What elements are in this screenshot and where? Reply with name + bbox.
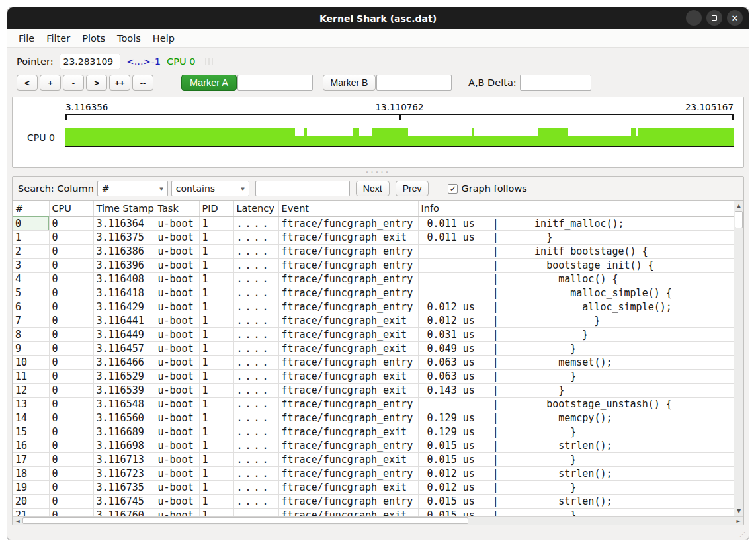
scroll-down-icon[interactable]: ▼ bbox=[734, 506, 743, 516]
table-cell[interactable]: .... bbox=[233, 355, 278, 369]
search-input[interactable] bbox=[255, 181, 350, 196]
table-row[interactable]: 003.116364u-boot1....ftrace/funcgraph_en… bbox=[13, 216, 734, 230]
table-cell[interactable]: ftrace/funcgraph_exit bbox=[278, 314, 418, 327]
table-cell[interactable]: 1 bbox=[199, 272, 233, 286]
table-cell[interactable]: .... bbox=[233, 397, 278, 411]
table-cell[interactable]: .... bbox=[233, 341, 278, 355]
table-cell[interactable]: .... bbox=[233, 508, 278, 516]
table-cell[interactable]: 0 bbox=[49, 508, 93, 516]
table-cell[interactable]: ftrace/funcgraph_entry bbox=[278, 397, 418, 411]
table-cell[interactable]: 1 bbox=[199, 300, 233, 314]
table-cell[interactable]: .... bbox=[233, 314, 278, 327]
table-cell[interactable]: .... bbox=[233, 300, 278, 314]
table-cell[interactable]: 0 bbox=[49, 411, 93, 425]
table-row[interactable]: 503.116418u-boot1....ftrace/funcgraph_en… bbox=[13, 286, 734, 300]
table-cell[interactable]: 1 bbox=[199, 411, 233, 425]
search-prev-button[interactable]: Prev bbox=[396, 181, 429, 196]
table-cell[interactable]: 12 bbox=[13, 383, 49, 397]
table-cell[interactable]: .... bbox=[233, 216, 278, 230]
table-cell[interactable]: ftrace/funcgraph_entry bbox=[278, 355, 418, 369]
marker-b-button[interactable]: Marker B bbox=[323, 75, 376, 91]
table-cell[interactable]: 1 bbox=[13, 230, 49, 244]
table-cell[interactable]: 0.063 us | } bbox=[418, 369, 734, 383]
col-header-task[interactable]: Task bbox=[155, 201, 199, 216]
table-cell[interactable]: 1 bbox=[199, 439, 233, 452]
table-row[interactable]: 1303.116548u-boot1....ftrace/funcgraph_e… bbox=[13, 397, 734, 411]
table-cell[interactable]: 0 bbox=[49, 383, 93, 397]
table-cell[interactable]: .... bbox=[233, 425, 278, 439]
cpu-bar-segment[interactable] bbox=[408, 136, 472, 146]
table-cell[interactable]: 15 bbox=[13, 425, 49, 439]
table-cell[interactable]: u-boot bbox=[155, 411, 199, 425]
table-cell[interactable]: u-boot bbox=[155, 494, 199, 508]
col-header-pid[interactable]: PID bbox=[199, 201, 233, 216]
table-cell[interactable]: 0.031 us | } bbox=[418, 327, 734, 341]
table-cell[interactable]: 0 bbox=[49, 439, 93, 452]
table-cell[interactable]: 0.129 us | } bbox=[418, 425, 734, 439]
cpu-bar-segment[interactable] bbox=[307, 136, 354, 146]
table-cell[interactable]: 3.116449 bbox=[93, 327, 155, 341]
table-cell[interactable]: u-boot bbox=[155, 425, 199, 439]
table-cell[interactable]: 0 bbox=[49, 355, 93, 369]
table-cell[interactable]: 0 bbox=[49, 494, 93, 508]
table-cell[interactable]: 9 bbox=[13, 341, 49, 355]
table-cell[interactable]: 0 bbox=[49, 300, 93, 314]
table-cell[interactable]: 0 bbox=[49, 230, 93, 244]
table-cell[interactable]: .... bbox=[233, 230, 278, 244]
titlebar[interactable]: Kernel Shark (asc.dat) – ✕ bbox=[7, 7, 749, 29]
table-cell[interactable]: 3.116441 bbox=[93, 314, 155, 327]
table-cell[interactable]: | bootstage_init() { bbox=[418, 258, 734, 272]
table-cell[interactable]: .... bbox=[233, 244, 278, 258]
zoom-out-button[interactable]: - bbox=[63, 75, 84, 91]
table-cell[interactable]: 19 bbox=[13, 480, 49, 494]
table-cell[interactable]: u-boot bbox=[155, 314, 199, 327]
table-cell[interactable]: u-boot bbox=[155, 452, 199, 466]
table-cell[interactable]: 0 bbox=[49, 216, 93, 230]
close-button[interactable]: ✕ bbox=[727, 10, 743, 26]
table-cell[interactable]: .... bbox=[233, 258, 278, 272]
cpu-bar-segment[interactable] bbox=[372, 128, 409, 146]
cpu-bar-segment[interactable] bbox=[538, 128, 568, 146]
vertical-scrollbar-track[interactable] bbox=[734, 228, 743, 506]
table-cell[interactable]: .... bbox=[233, 327, 278, 341]
table-cell[interactable]: 3.116539 bbox=[93, 383, 155, 397]
table-cell[interactable]: | bootstage_unstash() { bbox=[418, 397, 734, 411]
resize-grip-icon[interactable]: ⋰ bbox=[739, 531, 746, 538]
table-cell[interactable]: 1 bbox=[199, 397, 233, 411]
table-cell[interactable]: 8 bbox=[13, 327, 49, 341]
marker-a-value-field[interactable] bbox=[237, 75, 313, 91]
scroll-right-button[interactable]: > bbox=[86, 75, 107, 91]
table-cell[interactable]: | malloc() { bbox=[418, 272, 734, 286]
table-cell[interactable]: ftrace/funcgraph_entry bbox=[278, 494, 418, 508]
table-cell[interactable]: ftrace/funcgraph_exit bbox=[278, 341, 418, 355]
table-cell[interactable]: 0.015 us | } bbox=[418, 452, 734, 466]
table-cell[interactable]: 3.116548 bbox=[93, 397, 155, 411]
table-cell[interactable]: u-boot bbox=[155, 230, 199, 244]
ab-delta-field[interactable] bbox=[520, 75, 591, 91]
table-cell[interactable]: 0.063 us | memset(); bbox=[418, 355, 734, 369]
table-cell[interactable]: .... bbox=[233, 411, 278, 425]
table-cell[interactable]: 1 bbox=[199, 480, 233, 494]
table-cell[interactable]: .... bbox=[233, 466, 278, 480]
table-cell[interactable]: 3.116560 bbox=[93, 411, 155, 425]
table-cell[interactable]: u-boot bbox=[155, 369, 199, 383]
table-cell[interactable]: 1 bbox=[199, 216, 233, 230]
table-cell[interactable]: u-boot bbox=[155, 300, 199, 314]
scroll-left-icon[interactable]: ◄ bbox=[13, 517, 22, 525]
table-cell[interactable]: 3.116375 bbox=[93, 230, 155, 244]
table-cell[interactable]: u-boot bbox=[155, 466, 199, 480]
table-cell[interactable]: u-boot bbox=[155, 216, 199, 230]
menu-item-help[interactable]: Help bbox=[147, 31, 181, 46]
table-cell[interactable]: 18 bbox=[13, 466, 49, 480]
table-cell[interactable]: 0 bbox=[13, 216, 49, 230]
table-cell[interactable]: 1 bbox=[199, 508, 233, 516]
table-row[interactable]: 803.116449u-boot1....ftrace/funcgraph_ex… bbox=[13, 327, 734, 341]
table-cell[interactable]: ftrace/funcgraph_entry bbox=[278, 286, 418, 300]
table-cell[interactable]: 0.012 us | } bbox=[418, 480, 734, 494]
table-cell[interactable]: 3 bbox=[13, 258, 49, 272]
table-cell[interactable]: 3.116745 bbox=[93, 494, 155, 508]
graph-follows-checkbox[interactable]: ✓ bbox=[448, 184, 458, 194]
table-cell[interactable]: ftrace/funcgraph_entry bbox=[278, 272, 418, 286]
table-row[interactable]: 603.116429u-boot1....ftrace/funcgraph_en… bbox=[13, 300, 734, 314]
table-cell[interactable]: .... bbox=[233, 383, 278, 397]
